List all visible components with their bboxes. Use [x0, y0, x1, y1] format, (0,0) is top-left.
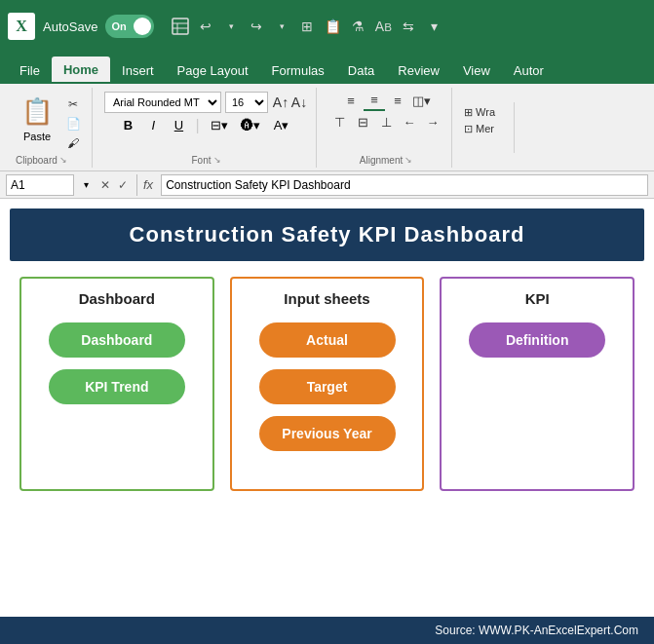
- spell-icon[interactable]: AB: [372, 16, 394, 37]
- expand-icon[interactable]: ⇆: [398, 16, 419, 37]
- alignment-group: ≡ ≡ ≡ ◫▾ ⊤ ⊟ ⊥ ← → Alignment ↘: [321, 88, 452, 168]
- tab-insert[interactable]: Insert: [110, 57, 166, 84]
- actual-button[interactable]: Actual: [259, 322, 396, 358]
- tab-view[interactable]: View: [451, 57, 502, 84]
- clipboard-expand-icon[interactable]: ↘: [59, 155, 67, 165]
- wrap-text-button[interactable]: ⊞ Wra: [464, 106, 506, 119]
- spreadsheet-area: Construction Safety KPI Dashboard Dashbo…: [0, 199, 654, 644]
- align-top-button[interactable]: ⊤: [328, 113, 350, 133]
- formula-divider: [136, 174, 137, 196]
- font-group: Arial Rounded MT 16 A↑ A↓ B I U | ⊟▾ 🅐▾ …: [96, 88, 317, 168]
- table-icon[interactable]: [170, 16, 191, 37]
- title-bar: X AutoSave On ↩ ▾ ↪ ▾ ⊞ 📋 ⚗ AB ⇆ ▾: [0, 0, 654, 53]
- font-row2: B I U | ⊟▾ 🅐▾ A▾: [117, 115, 294, 136]
- copy-button[interactable]: 📄: [62, 115, 84, 133]
- kpi-section-buttons: Definition: [453, 322, 621, 358]
- tab-data[interactable]: Data: [336, 57, 386, 84]
- wrap-merge-group: ⊞ Wra ⊡ Mer: [456, 102, 515, 153]
- increase-font-button[interactable]: A↑: [272, 92, 289, 113]
- clipboard-label: Clipboard ↘: [16, 155, 67, 166]
- definition-button[interactable]: Definition: [469, 322, 605, 358]
- dashboard-section: Dashboard Dashboard KPI Trend: [19, 277, 214, 491]
- redo-dropdown-icon[interactable]: ▾: [271, 16, 292, 37]
- excel-logo: X: [8, 13, 35, 40]
- clipboard-mini-buttons: ✂ 📄 🖌: [62, 92, 84, 152]
- undo-icon[interactable]: ↩: [195, 16, 216, 37]
- undo-dropdown-icon[interactable]: ▾: [220, 16, 242, 37]
- toggle-knob: [134, 18, 151, 35]
- font-expand-icon[interactable]: ↘: [213, 155, 221, 165]
- format-painter-button[interactable]: 🖌: [62, 134, 84, 152]
- dashboard-header: Construction Safety KPI Dashboard: [10, 208, 644, 261]
- tab-automate[interactable]: Autor: [502, 57, 556, 84]
- dashboard-section-buttons: Dashboard KPI Trend: [33, 322, 201, 404]
- funnel-icon[interactable]: ⚗: [347, 16, 368, 37]
- indent-increase-button[interactable]: →: [422, 113, 443, 133]
- font-name-select[interactable]: Arial Rounded MT: [104, 92, 221, 113]
- tab-home[interactable]: Home: [52, 57, 110, 84]
- kpi-trend-button[interactable]: KPI Trend: [49, 369, 185, 404]
- cell-reference-box[interactable]: A1: [6, 174, 74, 196]
- input-sheets-buttons: Actual Target Previous Year: [244, 322, 411, 451]
- orient-button[interactable]: ◫▾: [410, 92, 432, 111]
- paste-button[interactable]: 📋 Paste: [16, 92, 58, 144]
- font-label: Font ↘: [191, 155, 220, 166]
- cell-ref-dropdown[interactable]: ▾: [78, 174, 94, 196]
- autosave-toggle[interactable]: On: [105, 15, 154, 38]
- dashboard-section-header: Dashboard: [33, 290, 201, 307]
- ribbon-tabs: File Home Insert Page Layout Formulas Da…: [0, 53, 654, 84]
- source-text: Source: WWW.PK-AnExcelExpert.Com: [435, 624, 638, 637]
- borders-button[interactable]: ⊟▾: [206, 115, 233, 136]
- more-icon[interactable]: ▾: [423, 16, 444, 37]
- tab-formulas[interactable]: Formulas: [260, 57, 336, 84]
- paste-icon: 📋: [21, 94, 53, 131]
- kpi-section: KPI Definition: [440, 277, 635, 491]
- align-center-button[interactable]: ≡: [364, 92, 385, 111]
- align-right-button[interactable]: ≡: [387, 92, 408, 111]
- bold-button[interactable]: B: [117, 115, 138, 136]
- dashboard-title: Construction Safety KPI Dashboard: [29, 222, 625, 247]
- align-left-button[interactable]: ≡: [340, 92, 362, 111]
- align-bottom-button[interactable]: ⊥: [375, 113, 397, 133]
- target-button[interactable]: Target: [259, 369, 396, 404]
- underline-button[interactable]: U: [168, 115, 189, 136]
- indent-decrease-button[interactable]: ←: [399, 113, 420, 133]
- svg-rect-0: [173, 19, 188, 34]
- align-middle-button[interactable]: ⊟: [352, 113, 373, 133]
- cut-button[interactable]: ✂: [62, 95, 84, 113]
- kpi-section-header: KPI: [453, 290, 621, 307]
- highlight-color-button[interactable]: 🅐▾: [237, 115, 264, 136]
- input-sheets-section: Input sheets Actual Target Previous Year: [230, 277, 425, 491]
- quick-access-toolbar: ↩ ▾ ↪ ▾ ⊞ 📋 ⚗ AB ⇆ ▾: [170, 16, 444, 37]
- font-size-select[interactable]: 16: [225, 92, 268, 113]
- tab-file[interactable]: File: [8, 57, 52, 84]
- autosave-label: AutoSave: [43, 19, 97, 34]
- grid-icon[interactable]: ⊞: [296, 16, 318, 37]
- tab-page-layout[interactable]: Page Layout: [166, 57, 260, 84]
- toggle-on-text: On: [111, 20, 126, 32]
- dashboard-button[interactable]: Dashboard: [49, 322, 185, 358]
- formula-input[interactable]: [161, 174, 648, 196]
- decrease-font-button[interactable]: A↓: [290, 92, 308, 113]
- font-color-button[interactable]: A▾: [268, 115, 295, 136]
- alignment-expand-icon[interactable]: ↘: [404, 155, 412, 165]
- redo-icon[interactable]: ↪: [246, 16, 267, 37]
- align-row-bottom: ⊤ ⊟ ⊥ ← →: [328, 113, 443, 133]
- input-sheets-header: Input sheets: [244, 290, 411, 307]
- source-bar: Source: WWW.PK-AnExcelExpert.Com: [0, 617, 654, 644]
- formula-controls: ✕ ✓: [97, 175, 131, 195]
- formula-confirm-icon[interactable]: ✓: [115, 175, 131, 195]
- fx-icon: fx: [143, 177, 153, 192]
- form-icon[interactable]: 📋: [322, 16, 343, 37]
- merge-center-button[interactable]: ⊡ Mer: [464, 123, 506, 135]
- font-row1: Arial Rounded MT 16 A↑ A↓: [104, 92, 308, 113]
- alignment-label: Alignment ↘: [360, 155, 412, 166]
- clipboard-group: 📋 Paste ✂ 📄 🖌 Clipboard ↘: [8, 88, 93, 168]
- tab-review[interactable]: Review: [386, 57, 451, 84]
- previous-year-button[interactable]: Previous Year: [259, 416, 396, 451]
- formula-bar: A1 ▾ ✕ ✓ fx: [0, 171, 654, 199]
- dashboard-body: Dashboard Dashboard KPI Trend Input shee…: [10, 277, 644, 491]
- italic-button[interactable]: I: [142, 115, 164, 136]
- paste-label: Paste: [23, 131, 51, 142]
- formula-cancel-icon[interactable]: ✕: [97, 175, 113, 195]
